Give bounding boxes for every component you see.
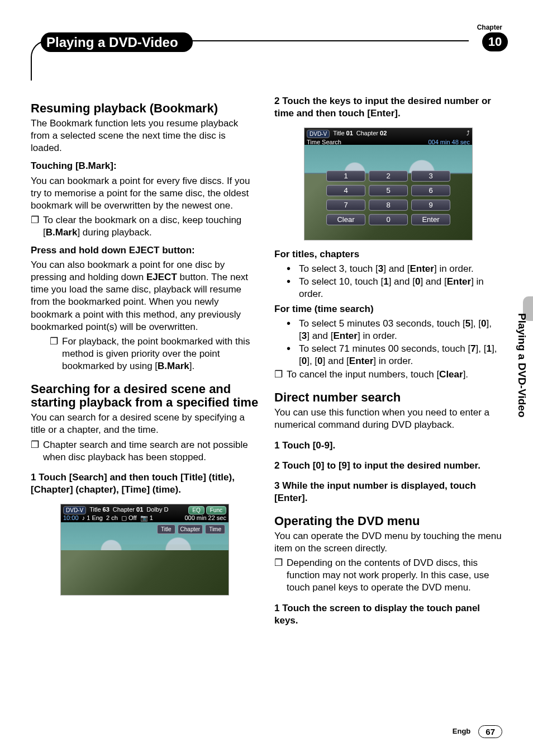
page-title: Playing a DVD-Video bbox=[41, 32, 193, 52]
box-icon: ❐ bbox=[31, 214, 43, 239]
screenshot-search: DVD-V Title 63 Chapter 01 Dolby D EQ Fun… bbox=[60, 504, 229, 596]
box-icon: ❐ bbox=[274, 557, 287, 594]
key-9[interactable]: 9 bbox=[411, 200, 450, 211]
box-icon: ❐ bbox=[274, 368, 287, 381]
chapter-button[interactable]: Chapter bbox=[178, 525, 203, 534]
screenshot-keypad: DVD-V Title 01 Chapter 02 ⤴ Time Search … bbox=[304, 127, 473, 240]
key-7[interactable]: 7 bbox=[326, 200, 365, 211]
heading-bookmark: Resuming playback (Bookmark) bbox=[31, 102, 259, 115]
left-column: Resuming playback (Bookmark) The Bookmar… bbox=[31, 92, 259, 629]
note-item: ❐ For playback, the point bookmarked wit… bbox=[50, 336, 259, 372]
footer: Engb 67 bbox=[453, 725, 502, 739]
page: Chapter 10 Playing a DVD-Video Playing a… bbox=[0, 0, 533, 756]
key-0[interactable]: 0 bbox=[369, 214, 408, 225]
subhead-titles-chapters: For titles, chapters bbox=[274, 248, 502, 261]
title-button[interactable]: Title bbox=[157, 525, 175, 534]
time-button[interactable]: Time bbox=[205, 525, 225, 534]
note-item: ❐ To cancel the input numbers, touch [Cl… bbox=[274, 368, 502, 381]
chapter-label: Chapter bbox=[477, 23, 502, 32]
step-2b: 2 Touch [0] to [9] to input the desired … bbox=[274, 460, 502, 472]
subhead-hold-eject: Press and hold down EJECT button: bbox=[31, 244, 259, 257]
key-2[interactable]: 2 bbox=[369, 171, 408, 182]
note-item: ❐ To clear the bookmark on a disc, keep … bbox=[31, 214, 259, 239]
subhead-touch-bmark: Touching [B.Mark]: bbox=[31, 160, 259, 172]
step-3b: 3 While the input number is displayed, t… bbox=[274, 480, 502, 504]
note-item: ❐ Chapter search and time search are not… bbox=[31, 439, 259, 464]
step-1: 1 Touch [Search] and then touch [Title] … bbox=[31, 471, 259, 496]
key-enter[interactable]: Enter bbox=[411, 214, 450, 225]
subhead-time: For time (time search) bbox=[274, 303, 502, 315]
step-1c: 1 Touch the screen to display the touch … bbox=[274, 602, 502, 627]
page-number: 67 bbox=[478, 725, 502, 739]
bullet-icon: • bbox=[287, 318, 299, 342]
heading-search-scene: Searching for a desired scene and starti… bbox=[31, 382, 259, 409]
bullet-icon: • bbox=[287, 263, 299, 275]
para: The Bookmark function lets you resume pl… bbox=[31, 117, 259, 154]
para: You can operate the DVD menu by touching… bbox=[274, 530, 502, 555]
key-1[interactable]: 1 bbox=[326, 171, 365, 182]
side-title: Playing a DVD-Video bbox=[515, 313, 529, 418]
bullet-icon: • bbox=[287, 343, 299, 367]
para: You can use this function when you need … bbox=[274, 407, 502, 431]
key-8[interactable]: 8 bbox=[369, 200, 408, 211]
key-6[interactable]: 6 bbox=[411, 185, 450, 196]
step-2: 2 Touch the keys to input the desired nu… bbox=[274, 95, 502, 120]
para: You can also bookmark a point for one di… bbox=[31, 259, 259, 333]
lang-label: Engb bbox=[453, 727, 471, 736]
note-item: ❐ Depending on the contents of DVD discs… bbox=[274, 557, 502, 594]
key-5[interactable]: 5 bbox=[369, 185, 408, 196]
key-3[interactable]: 3 bbox=[411, 171, 450, 182]
para: You can bookmark a point for every five … bbox=[31, 175, 259, 212]
heading-direct-number: Direct number search bbox=[274, 391, 502, 404]
back-icon[interactable]: ⤴ bbox=[467, 130, 470, 138]
key-4[interactable]: 4 bbox=[326, 185, 365, 196]
box-icon: ❐ bbox=[50, 336, 62, 372]
step-1b: 1 Touch [0-9]. bbox=[274, 440, 502, 452]
number-keypad: 1 2 3 4 5 6 7 8 9 Clear 0 Enter bbox=[326, 171, 450, 225]
para: You can search for a desired scene by sp… bbox=[31, 412, 259, 436]
box-icon: ❐ bbox=[31, 439, 43, 464]
key-clear[interactable]: Clear bbox=[326, 214, 365, 225]
title-bar: Playing a DVD-Video bbox=[31, 32, 502, 53]
bullet-icon: • bbox=[287, 276, 299, 300]
eq-button[interactable]: EQ bbox=[188, 506, 204, 514]
right-column: 2 Touch the keys to input the desired nu… bbox=[274, 92, 502, 629]
heading-dvd-menu: Operating the DVD menu bbox=[274, 514, 502, 528]
func-button[interactable]: Func bbox=[206, 506, 226, 514]
